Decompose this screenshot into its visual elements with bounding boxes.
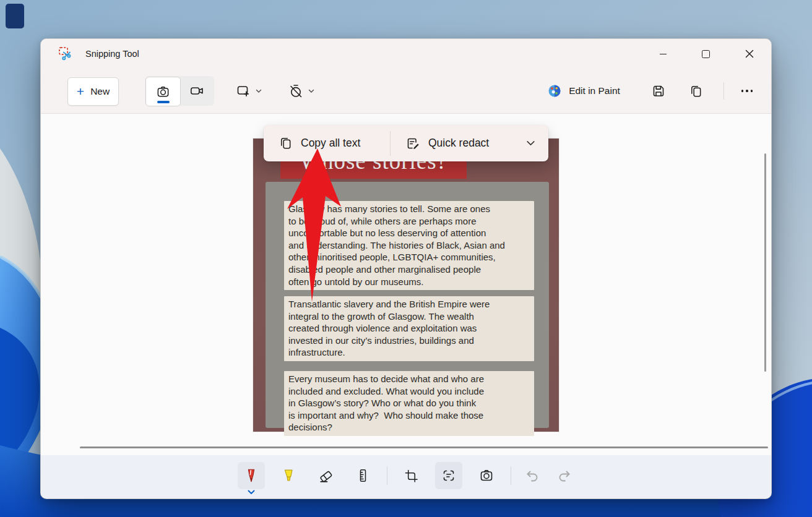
close-icon: [745, 49, 754, 58]
close-button[interactable]: [735, 43, 764, 64]
undo-icon: [525, 468, 540, 483]
save-icon: [651, 83, 666, 98]
undo-button[interactable]: [519, 462, 546, 489]
window-title: Snipping Tool: [85, 39, 139, 69]
edit-in-paint-button[interactable]: Edit in Paint: [532, 77, 636, 105]
minimize-icon: [660, 54, 667, 54]
quick-redact-label: Quick redact: [428, 137, 489, 150]
bottom-toolbar-divider: [511, 466, 511, 485]
title-bar: Snipping Tool: [41, 39, 771, 69]
new-snip-button[interactable]: + New: [67, 77, 119, 106]
pen-tool-button[interactable]: [238, 462, 265, 489]
more-options-button[interactable]: [733, 77, 761, 105]
maximize-icon: [702, 50, 710, 58]
screenshot-tool-button[interactable]: [473, 462, 500, 489]
vertical-scrollbar[interactable]: [764, 153, 766, 372]
chevron-down-icon: [525, 138, 536, 148]
redo-icon: [557, 468, 572, 483]
highlighter-tool-icon: [280, 468, 296, 484]
eraser-tool-button[interactable]: [312, 462, 339, 489]
plus-icon: +: [77, 85, 84, 98]
chevron-down-icon: [308, 87, 315, 95]
pen-options-chevron-icon: [247, 489, 256, 495]
bottom-toolbar-divider: [387, 466, 387, 485]
redo-button[interactable]: [551, 462, 578, 489]
toolbar-divider: [723, 82, 724, 100]
image-paragraph-2: Transatlantic slavery and the British Em…: [284, 296, 534, 361]
top-toolbar: + New: [41, 69, 771, 114]
selected-mode-indicator: [157, 101, 170, 103]
capture-mode-toggle: [145, 76, 214, 106]
wallpaper-corner-shape: [6, 4, 24, 28]
redact-icon: [405, 136, 420, 151]
horizontal-scrollbar[interactable]: [80, 446, 768, 448]
paint-icon: [547, 83, 562, 98]
snip-shape-dropdown[interactable]: [228, 77, 269, 105]
video-mode-icon: [189, 83, 204, 98]
new-button-label: New: [90, 86, 110, 97]
maximize-button[interactable]: [691, 43, 720, 64]
pen-tool-icon: [243, 468, 259, 484]
crop-tool-icon: [404, 469, 418, 483]
edit-in-paint-label: Edit in Paint: [569, 85, 620, 96]
snip-shape-icon: [236, 83, 251, 98]
highlighter-tool-button[interactable]: [275, 462, 302, 489]
chevron-down-icon: [255, 87, 262, 95]
copy-button[interactable]: [682, 77, 709, 105]
up-arrow-annotation: [282, 144, 344, 305]
quick-redact-button[interactable]: Quick redact: [391, 125, 514, 161]
bottom-toolbar: [41, 455, 771, 498]
text-actions-button[interactable]: [435, 462, 462, 489]
delay-icon: [288, 83, 303, 98]
copy-icon: [689, 84, 703, 98]
text-actions-expand-button[interactable]: [514, 125, 546, 161]
snapshot-mode-button[interactable]: [145, 77, 181, 106]
snipping-tool-app-icon: [58, 46, 73, 61]
save-button[interactable]: [645, 77, 672, 105]
delay-dropdown[interactable]: [281, 77, 322, 105]
screenshot-tool-icon: [479, 468, 494, 483]
text-actions-icon: [441, 468, 456, 483]
crop-tool-button[interactable]: [397, 462, 425, 489]
eraser-tool-icon: [318, 468, 334, 484]
snip-canvas: Whose stories? Glasgow has many stories …: [41, 114, 771, 455]
minimize-button[interactable]: [649, 43, 677, 64]
snipping-tool-window: Snipping Tool + New: [40, 38, 772, 499]
camera-mode-icon: [156, 85, 170, 99]
video-mode-button[interactable]: [179, 76, 214, 106]
ruler-tool-button[interactable]: [349, 462, 376, 489]
image-paragraph-3: Every museum has to decide what and who …: [284, 371, 534, 436]
ruler-tool-icon: [355, 468, 370, 483]
more-icon: [741, 90, 753, 92]
